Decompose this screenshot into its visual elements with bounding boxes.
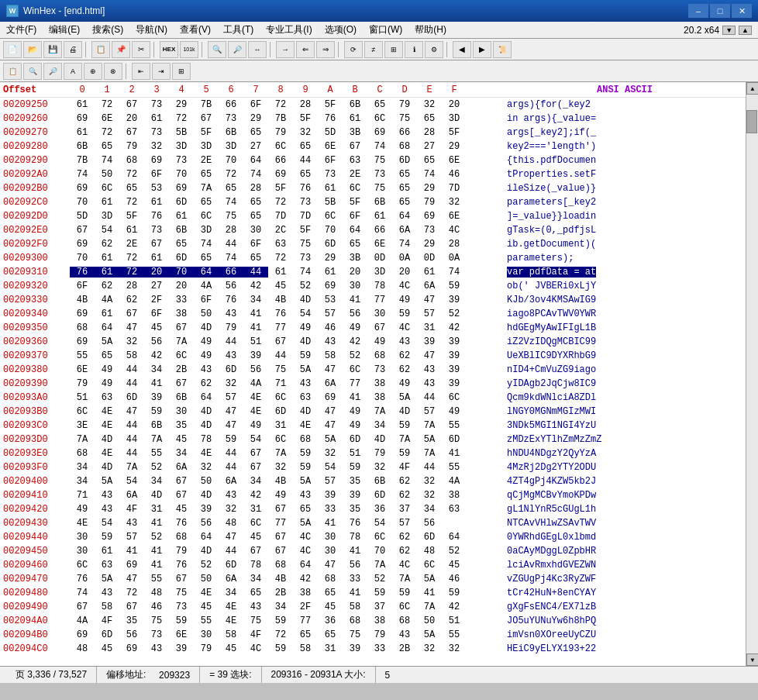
table-row[interactable]: 002093304B4A622F336F76344B4D534177494739… bbox=[0, 293, 746, 307]
hex-cell[interactable]: 2B bbox=[268, 588, 293, 598]
hex-cell[interactable]: 67 bbox=[70, 602, 95, 612]
hex-cell[interactable]: 62 bbox=[95, 239, 119, 250]
hex-cell[interactable]: 43 bbox=[219, 309, 243, 319]
table-row[interactable]: 00209300706172616D6574657273293B0D0A0D0A… bbox=[0, 251, 746, 265]
hex-cell[interactable]: 45 bbox=[194, 602, 219, 612]
hex-cell[interactable]: 70 bbox=[219, 155, 243, 166]
hex-cell[interactable]: 35 bbox=[343, 504, 367, 515]
hex-cell[interactable]: 69 bbox=[70, 629, 95, 640]
hex-cell[interactable]: 67 bbox=[343, 141, 367, 152]
hex-cell[interactable]: 52 bbox=[442, 309, 467, 319]
hex-cell[interactable]: 62 bbox=[392, 476, 417, 487]
tb-101k[interactable]: 101k bbox=[180, 41, 198, 58]
hex-cell[interactable]: 49 bbox=[343, 406, 367, 417]
hex-cell[interactable]: 6B bbox=[70, 141, 95, 152]
hex-cell[interactable]: 68 bbox=[318, 574, 343, 584]
hex-cell[interactable]: 41 bbox=[144, 560, 169, 571]
hex-cell[interactable]: 73 bbox=[367, 169, 392, 180]
hex-cell[interactable]: 76 bbox=[318, 113, 343, 124]
table-row[interactable]: 002093206F622827204A564245526930784C6A59… bbox=[0, 279, 746, 293]
hex-cell[interactable]: 6B bbox=[367, 476, 392, 487]
hex-cell[interactable]: 57 bbox=[318, 309, 343, 319]
hex-cell[interactable]: 61 bbox=[318, 267, 343, 278]
hex-cell[interactable]: 45 bbox=[442, 560, 467, 571]
hex-cell[interactable]: 2C bbox=[268, 225, 293, 236]
hex-cell[interactable]: 6E bbox=[442, 155, 467, 166]
hex-cell[interactable]: 6C bbox=[442, 392, 467, 403]
hex-cell[interactable]: 32 bbox=[268, 462, 293, 473]
hex-cell[interactable]: 34 bbox=[417, 504, 442, 515]
hex-cell[interactable]: 5A bbox=[417, 629, 442, 640]
hex-cell[interactable]: 75 bbox=[367, 183, 392, 194]
hex-cell[interactable]: 39 bbox=[442, 364, 467, 375]
hex-cell[interactable]: 55 bbox=[442, 420, 467, 431]
hex-cell[interactable]: 4D bbox=[95, 462, 119, 473]
hex-cell[interactable]: 43 bbox=[417, 378, 442, 389]
hex-cell[interactable]: 77 bbox=[293, 616, 318, 626]
hex-cell[interactable]: 59 bbox=[442, 281, 467, 291]
hex-cell[interactable]: 59 bbox=[442, 588, 467, 598]
hex-cell[interactable]: 71 bbox=[268, 378, 293, 389]
hex-cell[interactable]: 29 bbox=[243, 113, 268, 124]
hex-cell[interactable]: 73 bbox=[219, 113, 243, 124]
tb2-btn8[interactable]: ⇥ bbox=[152, 63, 171, 80]
hex-cell[interactable]: 52 bbox=[343, 350, 367, 361]
hex-cell[interactable]: 64 bbox=[194, 392, 219, 403]
hex-cell[interactable]: 58 bbox=[318, 350, 343, 361]
hex-cell[interactable]: 64 bbox=[392, 211, 417, 222]
hex-cell[interactable]: 66 bbox=[392, 127, 417, 138]
hex-cell[interactable]: 65 bbox=[293, 141, 318, 152]
hex-cell[interactable]: 61 bbox=[268, 267, 293, 278]
hex-cell[interactable]: 6D bbox=[442, 434, 467, 445]
hex-cell[interactable]: 4E bbox=[219, 602, 243, 612]
hex-cell[interactable]: 68 bbox=[268, 560, 293, 571]
hex-cell[interactable]: 4F bbox=[119, 504, 144, 515]
hex-cell[interactable]: 77 bbox=[367, 295, 392, 305]
hex-cell[interactable]: 55 bbox=[70, 350, 95, 361]
hex-cell[interactable]: 68 bbox=[392, 616, 417, 626]
hex-cell[interactable]: 34 bbox=[169, 448, 194, 459]
hex-cell[interactable]: 38 bbox=[169, 309, 194, 319]
hex-cell[interactable]: 39 bbox=[442, 350, 467, 361]
minimize-button[interactable]: – bbox=[688, 4, 708, 18]
hex-cell[interactable]: 4A bbox=[194, 281, 219, 291]
menu-file[interactable]: 文件(F) bbox=[0, 22, 43, 38]
hex-cell[interactable]: 51 bbox=[442, 616, 467, 626]
hex-cell[interactable]: 54 bbox=[318, 462, 343, 473]
hex-cell[interactable]: 4C bbox=[392, 322, 417, 333]
hex-cell[interactable]: 34 bbox=[144, 476, 169, 487]
hex-cell[interactable]: 6F bbox=[318, 155, 343, 166]
hex-cell[interactable]: 69 bbox=[169, 183, 194, 194]
hex-cell[interactable]: 57 bbox=[318, 476, 343, 487]
hex-cell[interactable]: 7B bbox=[70, 155, 95, 166]
hex-cell[interactable]: 32 bbox=[417, 476, 442, 487]
hex-cell[interactable]: 6E bbox=[70, 364, 95, 375]
hex-cell[interactable]: 49 bbox=[392, 295, 417, 305]
hex-cell[interactable]: 73 bbox=[417, 225, 442, 236]
hex-cell[interactable]: 4C bbox=[392, 560, 417, 571]
hex-cell[interactable]: 43 bbox=[318, 336, 343, 347]
hex-cell[interactable]: 4C bbox=[293, 532, 318, 543]
hex-cell[interactable]: 58 bbox=[119, 350, 144, 361]
hex-cell[interactable]: 72 bbox=[119, 588, 144, 598]
hex-cell[interactable]: 33 bbox=[169, 295, 194, 305]
table-row[interactable]: 002093D07A4D447A457859546C685A6D4D7A5A6D… bbox=[0, 433, 746, 447]
hex-cell[interactable]: 44 bbox=[219, 546, 243, 557]
table-row[interactable]: 0020935068644745674D794177494649674C3142… bbox=[0, 321, 746, 335]
hex-cell[interactable]: 62 bbox=[95, 281, 119, 291]
hex-cell[interactable]: 69 bbox=[318, 281, 343, 291]
table-row[interactable]: 002093A051636D396B64574E6C636941385A446C… bbox=[0, 391, 746, 405]
hex-cell[interactable]: 5A bbox=[417, 574, 442, 584]
tb2-btn2[interactable]: 🔍 bbox=[23, 63, 42, 80]
hex-cell[interactable]: 74 bbox=[194, 239, 219, 250]
hex-cell[interactable]: 7A bbox=[367, 406, 392, 417]
tb-arrow-l[interactable]: ◀ bbox=[453, 41, 471, 58]
hex-cell[interactable]: 61 bbox=[144, 113, 169, 124]
hex-cell[interactable]: 6F bbox=[70, 281, 95, 291]
hex-cell[interactable]: 44 bbox=[293, 155, 318, 166]
hex-cell[interactable]: 65 bbox=[95, 350, 119, 361]
hex-cell[interactable]: 75 bbox=[343, 629, 367, 640]
hex-cell[interactable]: 54 bbox=[243, 434, 268, 445]
hex-cell[interactable]: 58 bbox=[343, 602, 367, 612]
table-row[interactable]: 002094606C63694176526D78686447567A4C6C45… bbox=[0, 558, 746, 572]
